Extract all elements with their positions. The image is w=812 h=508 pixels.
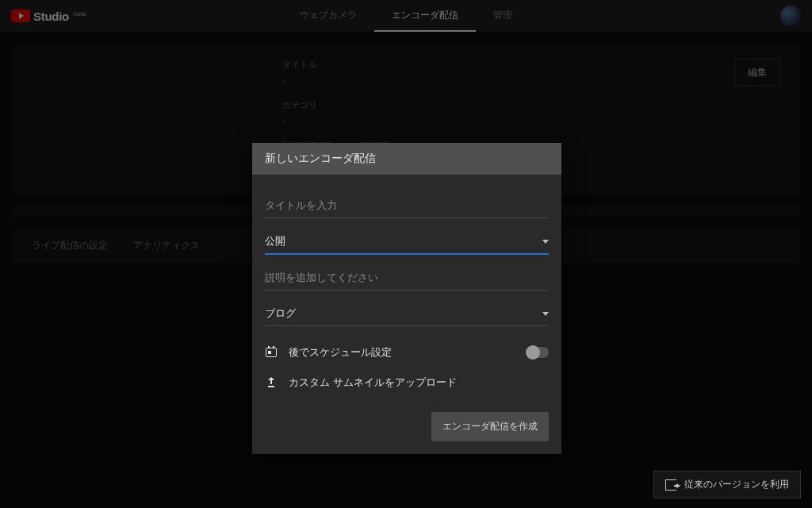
dialog-title: 新しいエンコーダ配信 bbox=[252, 143, 561, 175]
chevron-down-icon bbox=[542, 312, 549, 316]
schedule-later-row: 後でスケジュール設定 bbox=[265, 337, 549, 368]
new-encoder-stream-dialog: 新しいエンコーダ配信 タイトルを入力 公開 説明を追加してください ブログ 後で… bbox=[252, 143, 561, 454]
exit-icon bbox=[665, 479, 676, 491]
visibility-select[interactable]: 公開 bbox=[265, 229, 549, 255]
description-input[interactable]: 説明を追加してください bbox=[265, 266, 549, 291]
chevron-down-icon bbox=[542, 240, 549, 244]
category-value: ブログ bbox=[265, 306, 296, 321]
schedule-later-toggle[interactable] bbox=[527, 347, 549, 358]
create-encoder-stream-button[interactable]: エンコーダ配信を作成 bbox=[431, 412, 549, 441]
visibility-value: 公開 bbox=[265, 234, 285, 248]
category-select[interactable]: ブログ bbox=[265, 302, 549, 326]
upload-thumbnail-label: カスタム サムネイルをアップロード bbox=[289, 375, 457, 390]
legacy-label: 従来のバージョンを利用 bbox=[684, 478, 789, 491]
schedule-later-label: 後でスケジュール設定 bbox=[289, 345, 392, 360]
upload-thumbnail-row[interactable]: カスタム サムネイルをアップロード bbox=[265, 368, 549, 398]
use-legacy-version-button[interactable]: 従来のバージョンを利用 bbox=[653, 471, 801, 498]
upload-icon bbox=[265, 378, 278, 387]
calendar-icon bbox=[265, 348, 278, 357]
title-input[interactable]: タイトルを入力 bbox=[265, 194, 549, 218]
